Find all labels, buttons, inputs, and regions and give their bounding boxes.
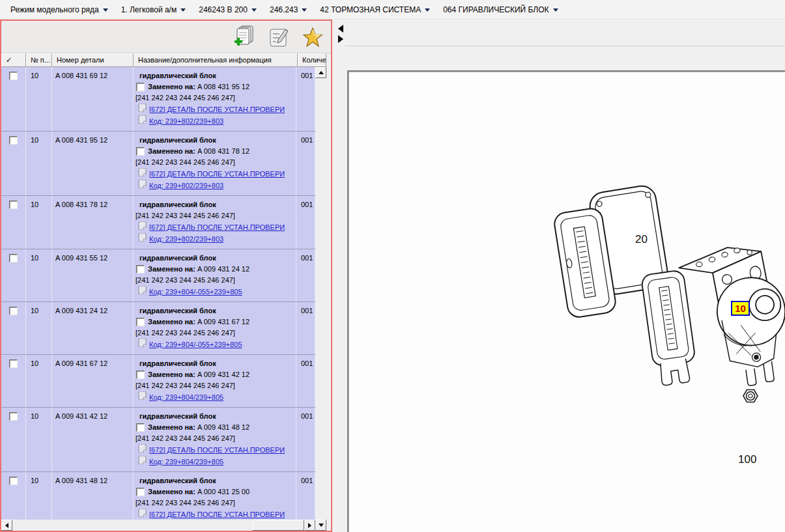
menubar-item[interactable]: Режим модельного ряда — [4, 3, 115, 17]
replaced-line: Заменено на: A 009 431 48 12 — [135, 422, 296, 433]
diagram-canvas[interactable]: 20 10 100 — [347, 70, 785, 532]
scroll-up-button[interactable] — [315, 67, 326, 78]
table-row[interactable]: 10 A 009 431 42 12 гидравлический блок З… — [1, 408, 315, 472]
note-icon — [138, 233, 147, 245]
row-checkbox[interactable] — [9, 359, 18, 368]
menubar-item-label: 246243 В 200 — [199, 5, 248, 14]
row-part-name: гидравлический блок — [135, 358, 296, 369]
column-header[interactable]: Название/дополнительная информация — [134, 53, 298, 67]
diagram-panel: 20 10 100 — [345, 20, 785, 532]
row-part-name: гидравлический блок — [135, 253, 296, 264]
row-checkbox[interactable] — [9, 136, 18, 145]
horizontal-scroll-thumb[interactable] — [252, 520, 304, 531]
column-header[interactable]: ✓ — [1, 53, 26, 67]
menubar-item[interactable]: 064 ГИРАВЛИЧЕСКИЙ БЛОК — [436, 3, 564, 17]
row-checkbox[interactable] — [9, 72, 18, 80]
menubar-item-label: 1. Легковой а/м — [121, 5, 177, 14]
menubar-item[interactable]: 42 ТОРМОЗНАЯ СИСТЕМА — [313, 3, 436, 17]
detail-link[interactable]: Код: 239+804/-055+239+805 — [149, 339, 242, 350]
callout-20[interactable]: 20 — [635, 233, 648, 246]
replaced-part: A 009 431 42 12 — [195, 371, 250, 378]
detail-link[interactable]: Код: 239+804/239+805 — [149, 392, 223, 403]
replaced-part: A 009 431 67 12 — [195, 318, 250, 326]
detail-link[interactable]: Код: 239+802/239+803 — [149, 116, 223, 127]
link-line: [672] ДЕТАЛЬ ПОСЛЕ УСТАН.ПРОВЕРИ — [135, 168, 296, 180]
table-row[interactable]: 10 A 008 431 78 12 гидравлический блок [… — [1, 196, 315, 249]
replaced-checkbox[interactable] — [136, 147, 145, 156]
row-part-name: гидравлический блок — [135, 411, 296, 422]
replaced-checkbox[interactable] — [136, 423, 145, 432]
scroll-right-button[interactable] — [304, 520, 315, 531]
row-part-name: гидравлический блок — [135, 70, 296, 81]
row-models: [241 242 243 244 245 246 247] — [135, 433, 296, 444]
chevron-down-icon — [180, 8, 186, 12]
column-header[interactable]: Количес — [298, 53, 326, 67]
detail-link[interactable]: [672] ДЕТАЛЬ ПОСЛЕ УСТАН.ПРОВЕРИ — [149, 445, 285, 456]
row-checkbox[interactable] — [9, 307, 18, 315]
detail-link[interactable]: [672] ДЕТАЛЬ ПОСЛЕ УСТАН.ПРОВЕРИ — [149, 169, 285, 180]
row-qty: 001 — [296, 472, 315, 520]
replaced-checkbox[interactable] — [136, 318, 145, 326]
edit-note-icon[interactable] — [267, 25, 291, 49]
menubar-item[interactable]: 1. Легковой а/м — [115, 3, 193, 17]
expand-right-icon[interactable] — [338, 35, 343, 43]
detail-link[interactable]: Код: 239+802/239+803 — [149, 234, 223, 245]
menubar-item[interactable]: 246243 В 200 — [192, 3, 263, 17]
column-header[interactable]: Номер детали — [52, 53, 134, 67]
table-row[interactable]: 10 A 008 431 95 12 гидравлический блок З… — [1, 132, 315, 196]
menubar: Режим модельного ряда 1. Легковой а/м 24… — [0, 0, 785, 20]
row-qty: 001 — [296, 196, 315, 249]
row-qty: 001 — [296, 249, 315, 301]
callout-100[interactable]: 100 — [738, 453, 756, 466]
replaced-checkbox[interactable] — [136, 488, 145, 496]
replaced-line: Заменено на: A 009 431 24 12 — [135, 264, 296, 275]
row-models: [241 242 243 244 245 246 247] — [135, 497, 296, 509]
row-checkbox[interactable] — [9, 254, 18, 262]
panel-splitter[interactable] — [332, 20, 345, 532]
link-line: Код: 239+804/-055+239+805 — [135, 286, 296, 298]
parts-toolbar — [1, 21, 331, 53]
row-checkbox[interactable] — [9, 201, 18, 209]
scroll-left-button[interactable] — [1, 520, 12, 531]
scroll-down-button[interactable] — [315, 520, 326, 531]
arrow-down-icon — [319, 524, 324, 527]
detail-link[interactable]: [672] ДЕТАЛЬ ПОСЛЕ УСТАН.ПРОВЕРИ — [149, 104, 285, 115]
row-part-number: A 008 431 95 12 — [52, 132, 134, 195]
table-row[interactable]: 10 A 008 431 69 12 гидравлический блок З… — [1, 67, 315, 132]
favorites-star-icon[interactable] — [301, 25, 324, 49]
detail-link[interactable]: [672] ДЕТАЛЬ ПОСЛЕ УСТАН.ПРОВЕРИ — [149, 509, 285, 520]
replaced-checkbox[interactable] — [136, 83, 145, 91]
row-qty: 001 — [296, 408, 315, 471]
arrow-up-icon — [319, 71, 324, 74]
column-header[interactable]: № п... — [26, 53, 52, 67]
row-part-number: A 008 431 69 12 — [52, 67, 134, 131]
collapse-left-icon[interactable] — [338, 25, 343, 33]
table-row[interactable]: 10 A 009 431 48 12 гидравлический блок З… — [1, 472, 315, 520]
callout-10-selected[interactable]: 10 — [731, 301, 750, 316]
replaced-checkbox[interactable] — [136, 265, 145, 273]
vertical-scrollbar[interactable] — [315, 67, 326, 531]
detail-link[interactable]: Код: 239+802/239+803 — [149, 180, 223, 191]
chevron-down-icon — [302, 8, 307, 12]
add-document-icon[interactable] — [233, 25, 257, 49]
replaced-label: Заменено на: — [148, 371, 195, 378]
arrow-right-icon — [308, 523, 311, 528]
detail-link[interactable]: Код: 239+804/239+805 — [149, 456, 223, 468]
row-checkbox[interactable] — [9, 412, 18, 421]
table-row[interactable]: 10 A 009 431 55 12 гидравлический блок З… — [1, 249, 315, 302]
replaced-label: Заменено на: — [148, 265, 195, 273]
row-pos: 10 — [26, 302, 52, 354]
row-pos: 10 — [26, 196, 52, 249]
chevron-down-icon — [553, 8, 558, 12]
row-models: [241 242 243 244 245 246 247] — [135, 328, 296, 339]
table-row[interactable]: 10 A 009 431 67 12 гидравлический блок З… — [1, 355, 315, 408]
horizontal-scrollbar[interactable] — [1, 520, 315, 531]
detail-link[interactable]: Код: 239+804/-055+239+805 — [149, 287, 242, 298]
row-checkbox[interactable] — [9, 477, 18, 485]
replaced-label: Заменено на: — [148, 423, 195, 431]
detail-link[interactable]: [672] ДЕТАЛЬ ПОСЛЕ УСТАН.ПРОВЕРИ — [149, 222, 285, 233]
menubar-item[interactable]: 246.243 — [263, 3, 313, 17]
table-row[interactable]: 10 A 009 431 24 12 гидравлический блок З… — [1, 302, 315, 355]
replaced-checkbox[interactable] — [136, 371, 145, 379]
menubar-item-label: Режим модельного ряда — [10, 5, 99, 14]
